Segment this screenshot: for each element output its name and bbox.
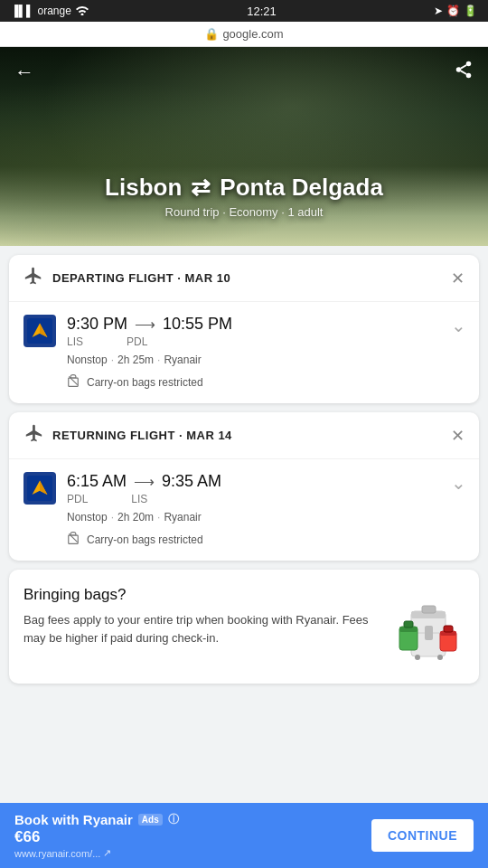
- url-text: google.com: [222, 27, 283, 41]
- dot4: ·: [157, 511, 160, 524]
- lock-icon: 🔒: [204, 27, 219, 41]
- departing-plane-icon: [23, 266, 43, 290]
- bags-section-body: Bag fees apply to your entire trip when …: [23, 611, 381, 646]
- bags-illustration: [392, 586, 465, 667]
- departing-duration: 2h 25m: [117, 354, 154, 366]
- signal-icon: ▐▌▌: [11, 5, 34, 17]
- dot2: ·: [157, 354, 160, 366]
- continue-button[interactable]: CONTINUE: [371, 819, 474, 852]
- svg-line-4: [461, 65, 466, 69]
- browser-url: 🔒 google.com: [204, 27, 283, 41]
- returning-duration: 2h 20m: [117, 511, 154, 524]
- departing-times: 9:30 PM ⟶ 10:55 PM LIS PDL: [67, 315, 428, 348]
- departing-dest-code: PDL: [127, 335, 147, 348]
- book-price: €66: [14, 828, 371, 846]
- bringing-bags-section: Bringing bags? Bag fees apply to your en…: [9, 570, 479, 684]
- svg-point-1: [456, 67, 462, 72]
- svg-rect-15: [422, 606, 436, 613]
- svg-rect-17: [425, 626, 433, 640]
- returning-plane-icon: [23, 423, 43, 448]
- browser-bar: 🔒 google.com: [0, 22, 488, 47]
- destination-label: Ponta Delgada: [220, 174, 383, 202]
- returning-bags-label: Carry-on bags restricted: [87, 533, 203, 546]
- returning-meta: Nonstop · 2h 20m · Ryanair: [9, 505, 479, 524]
- dot1: ·: [111, 354, 114, 366]
- hero-section: ← Lisbon ⇄ Ponta Delgada Round trip · Ec…: [0, 47, 488, 246]
- alarm-icon: ⏰: [446, 5, 460, 17]
- book-url-text: www.ryanair.com/...: [14, 848, 100, 859]
- departing-header: DEPARTING FLIGHT · MAR 10 ✕: [9, 255, 479, 302]
- status-left: ▐▌▌ orange: [11, 5, 89, 18]
- time-arrow-icon: ⟶: [135, 316, 155, 333]
- bags-restricted-icon-returning: [67, 531, 80, 548]
- status-right: ➤ ⏰ 🔋: [434, 5, 477, 17]
- departing-airports: LIS PDL: [67, 335, 428, 348]
- bags-text: Bringing bags? Bag fees apply to your en…: [23, 586, 381, 646]
- departing-origin-code: LIS: [67, 335, 83, 348]
- back-button[interactable]: ←: [14, 61, 34, 84]
- departing-expand-button[interactable]: ⌄: [451, 315, 466, 336]
- time-arrow-icon-2: ⟶: [134, 473, 155, 490]
- hero-title: Lisbon ⇄ Ponta Delgada Round trip · Econ…: [105, 174, 383, 219]
- returning-arrive-time: 9:35 AM: [162, 472, 221, 491]
- svg-point-24: [415, 655, 420, 660]
- svg-point-2: [466, 73, 472, 79]
- returning-flight-card: RETURNING FLIGHT · MAR 14 ✕ 6:15 AM ⟶ 9:…: [9, 412, 479, 561]
- departing-airline: Ryanair: [164, 354, 201, 366]
- departing-title: DEPARTING FLIGHT · MAR 10: [52, 271, 451, 285]
- ryanair-logo-returning: [23, 472, 56, 505]
- external-link-icon: ↗: [103, 847, 111, 859]
- dot3: ·: [111, 511, 114, 524]
- svg-rect-20: [404, 621, 413, 627]
- book-bar: Book with Ryanair Ads ⓘ €66 www.ryanair.…: [0, 803, 488, 868]
- bags-restricted-icon-departing: [67, 373, 80, 391]
- departing-nonstop: Nonstop: [67, 354, 108, 366]
- returning-nonstop: Nonstop: [67, 511, 108, 524]
- carrier-label: orange: [38, 5, 71, 17]
- hero-nav: ←: [0, 47, 488, 98]
- departing-depart-time: 9:30 PM: [67, 315, 127, 334]
- returning-header: RETURNING FLIGHT · MAR 14 ✕: [9, 412, 479, 459]
- ryanair-logo-departing: [23, 315, 56, 347]
- returning-close-button[interactable]: ✕: [451, 426, 465, 446]
- status-time: 12:21: [247, 5, 277, 18]
- departing-close-button[interactable]: ✕: [451, 269, 465, 288]
- svg-line-3: [461, 71, 466, 74]
- departing-bags-label: Carry-on bags restricted: [87, 376, 203, 389]
- returning-flight-row: 6:15 AM ⟶ 9:35 AM PDL LIS: [9, 459, 443, 505]
- departing-flight-row: 9:30 PM ⟶ 10:55 PM LIS PDL: [9, 302, 443, 348]
- returning-airline: Ryanair: [164, 511, 201, 524]
- returning-dest-code: LIS: [131, 493, 147, 505]
- status-bar: ▐▌▌ orange 12:21 ➤ ⏰ 🔋: [0, 0, 488, 22]
- returning-depart-time: 6:15 AM: [67, 472, 127, 491]
- book-title: Book with Ryanair Ads ⓘ: [14, 812, 371, 827]
- returning-airports: PDL LIS: [67, 493, 428, 505]
- svg-point-25: [437, 655, 443, 660]
- hero-subtitle: Round trip · Economy · 1 adult: [105, 205, 383, 219]
- wifi-icon: [75, 5, 89, 18]
- departing-arrive-time: 10:55 PM: [163, 315, 232, 334]
- departing-meta: Nonstop · 2h 25m · Ryanair: [9, 348, 479, 366]
- returning-time-row: 6:15 AM ⟶ 9:35 AM: [67, 472, 428, 491]
- book-title-text: Book with Ryanair: [14, 812, 133, 827]
- returning-times: 6:15 AM ⟶ 9:35 AM PDL LIS: [67, 472, 428, 505]
- origin-label: Lisbon: [105, 174, 182, 202]
- returning-bags-row: Carry-on bags restricted: [9, 524, 479, 561]
- departing-time-row: 9:30 PM ⟶ 10:55 PM: [67, 315, 428, 334]
- svg-point-0: [466, 61, 472, 67]
- departing-flight-card: DEPARTING FLIGHT · MAR 10 ✕ 9:30 PM ⟶ 10…: [9, 255, 479, 403]
- route-arrow: ⇄: [191, 174, 211, 202]
- book-url: www.ryanair.com/... ↗: [14, 847, 371, 859]
- returning-expand-button[interactable]: ⌄: [451, 472, 466, 494]
- book-info: Book with Ryanair Ads ⓘ €66 www.ryanair.…: [14, 812, 371, 859]
- departing-bags-row: Carry-on bags restricted: [9, 366, 479, 403]
- departing-row-wrapper: 9:30 PM ⟶ 10:55 PM LIS PDL ⌄: [9, 302, 479, 348]
- returning-title: RETURNING FLIGHT · MAR 14: [52, 429, 451, 442]
- ads-badge: Ads: [138, 814, 163, 826]
- hero-route: Lisbon ⇄ Ponta Delgada: [105, 174, 383, 202]
- bags-section-title: Bringing bags?: [23, 586, 381, 604]
- battery-icon: 🔋: [464, 5, 477, 17]
- share-button[interactable]: [454, 60, 474, 85]
- ads-info-icon[interactable]: ⓘ: [168, 812, 179, 827]
- location-icon: ➤: [434, 5, 443, 17]
